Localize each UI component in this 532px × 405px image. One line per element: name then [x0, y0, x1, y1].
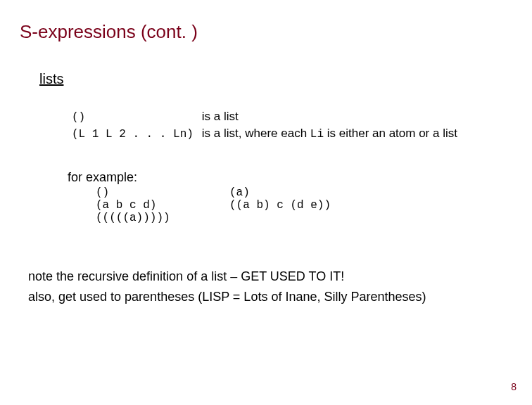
example-right: [229, 212, 512, 224]
definition-li-code: Li: [310, 128, 324, 141]
definition-desc-before: is a list, where each: [202, 127, 310, 140]
definition-table: () is a list (L 1 L 2 . . . Ln) is a lis…: [68, 108, 462, 142]
definition-code: (L 1 L 2 . . . Ln): [68, 125, 198, 142]
definition-desc: is a list: [198, 108, 462, 125]
slide: S-expressions (cont. ) lists () is a lis…: [0, 0, 532, 405]
definition-desc-after: is either an atom or a list: [324, 127, 457, 140]
definition-row: (L 1 L 2 . . . Ln) is a list, where each…: [68, 125, 462, 142]
definition-desc: is a list, where each Li is either an at…: [198, 125, 462, 142]
section-lists: lists () is a list (L 1 L 2 . . . Ln) is…: [39, 71, 512, 224]
example-left: (a b c d): [96, 199, 229, 212]
page-number: 8: [511, 381, 517, 392]
definition-row: () is a list: [68, 108, 462, 125]
note-line: note the recursive definition of a list …: [28, 266, 512, 287]
example-row: () (a): [96, 186, 512, 199]
section-heading: lists: [39, 71, 512, 87]
example-left: (): [96, 186, 229, 199]
definition-code: (): [68, 108, 198, 125]
example-right: (a): [229, 186, 512, 199]
example-row: (a b c d) ((a b) c (d e)): [96, 199, 512, 212]
for-example-label: for example:: [68, 170, 512, 185]
example-right: ((a b) c (d e)): [229, 199, 512, 212]
notes-block: note the recursive definition of a list …: [28, 266, 512, 307]
example-row: (((((a))))): [96, 212, 512, 224]
slide-title: S-expressions (cont. ): [20, 21, 512, 43]
example-left: (((((a))))): [96, 212, 229, 224]
note-line: also, get used to parentheses (LISP = Lo…: [28, 287, 512, 307]
